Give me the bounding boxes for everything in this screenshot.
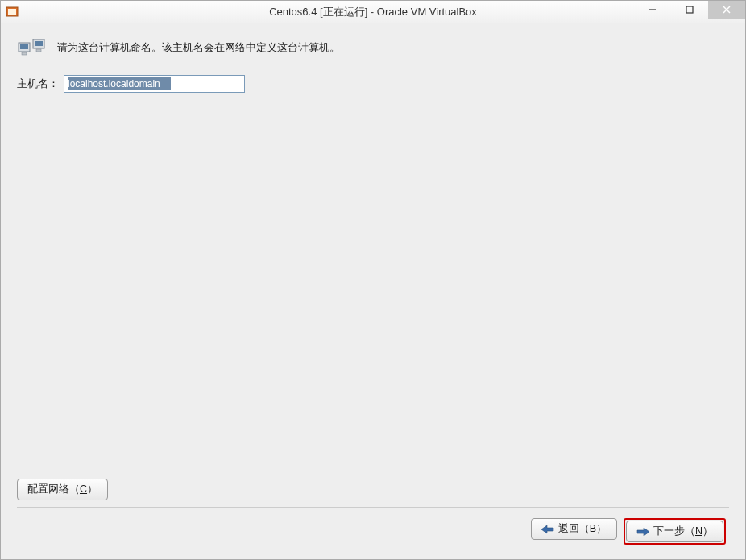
svg-rect-3	[686, 6, 693, 13]
next-button-highlight: 下一步（N）	[624, 518, 726, 545]
window-title: Centos6.4 [正在运行] - Oracle VM VirtualBox	[269, 5, 477, 19]
header-instruction: 请为这台计算机命名。该主机名会在网络中定义这台计算机。	[57, 40, 340, 55]
app-icon	[6, 6, 19, 19]
hostname-row: 主机名： localhost.localdomain	[17, 75, 729, 93]
svg-rect-8	[22, 52, 27, 55]
arrow-left-icon	[541, 525, 554, 534]
configure-network-button[interactable]: 配置网络（C）	[17, 479, 108, 500]
close-button[interactable]	[708, 1, 745, 19]
hostname-input[interactable]	[64, 75, 245, 93]
svg-marker-13	[637, 528, 649, 536]
back-button[interactable]: 返回（B）	[531, 518, 617, 540]
arrow-right-icon	[636, 527, 649, 537]
hostname-label: 主机名：	[17, 77, 59, 91]
svg-rect-11	[36, 49, 41, 52]
next-button[interactable]: 下一步（N）	[626, 521, 723, 542]
vm-window: Centos6.4 [正在运行] - Oracle VM VirtualBox	[0, 0, 746, 560]
next-label: 下一步（N）	[653, 525, 713, 538]
svg-rect-1	[8, 9, 16, 15]
svg-rect-10	[35, 41, 43, 46]
window-controls	[634, 1, 745, 23]
header-row: 请为这台计算机命名。该主机名会在网络中定义这台计算机。	[17, 38, 729, 57]
maximize-button[interactable]	[671, 1, 708, 19]
svg-marker-12	[541, 525, 553, 533]
minimize-button[interactable]	[634, 1, 671, 19]
svg-rect-7	[20, 44, 28, 49]
computers-icon	[17, 38, 46, 57]
footer-divider	[17, 507, 729, 508]
configure-network-row: 配置网络（C）	[17, 479, 729, 500]
titlebar: Centos6.4 [正在运行] - Oracle VM VirtualBox	[1, 1, 745, 23]
footer-buttons: 返回（B） 下一步（N）	[17, 516, 729, 548]
back-label: 返回（B）	[558, 522, 607, 536]
configure-network-label: 配置网络（C）	[27, 483, 97, 496]
installer-content: 请为这台计算机命名。该主机名会在网络中定义这台计算机。 主机名： localho…	[1, 23, 745, 559]
content-spacer	[17, 109, 729, 479]
